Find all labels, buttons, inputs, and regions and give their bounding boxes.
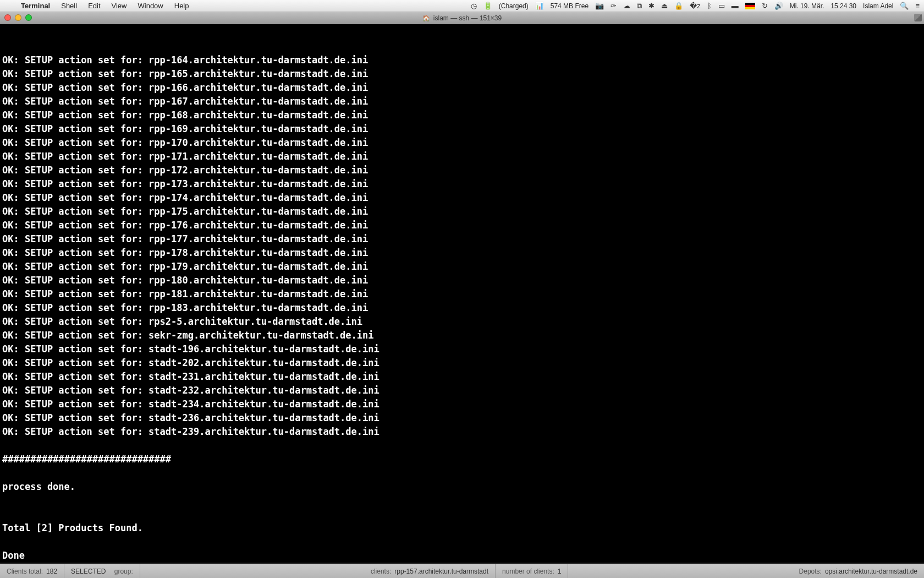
battery2-icon[interactable]: ▬ [732, 2, 739, 10]
sync-icon[interactable]: ◷ [471, 2, 477, 10]
menu-window[interactable]: Window [133, 0, 169, 12]
cloud-icon[interactable]: ☁ [623, 2, 630, 10]
depots-value: opsi.architektur.tu-darmstadt.de [825, 568, 917, 575]
terminal-line: OK: SETUP action set for: rpp-176.archit… [2, 219, 922, 232]
dropbox-icon[interactable]: ⧉ [637, 2, 642, 10]
battery-status: (Charged) [499, 2, 529, 10]
battery-icon[interactable]: 🔋 [483, 2, 492, 10]
terminal-line: OK: SETUP action set for: rpp-169.archit… [2, 122, 922, 136]
menu-view[interactable]: View [106, 0, 133, 12]
terminal-line: OK: SETUP action set for: stadt-202.arch… [2, 356, 922, 370]
group-label: group: [114, 568, 133, 575]
timemachine-icon[interactable]: ↻ [762, 2, 768, 10]
menubar-left: Terminal Shell Edit View Window Help [0, 0, 195, 12]
evernote-icon[interactable]: ✱ [648, 2, 654, 10]
terminal-line: process done. [2, 480, 922, 494]
terminal-line: OK: SETUP action set for: rpp-177.archit… [2, 232, 922, 246]
menubar-user[interactable]: Islam Adel [863, 2, 893, 10]
chart-icon[interactable]: 📊 [535, 2, 544, 10]
terminal-viewport[interactable]: OK: SETUP action set for: rpp-164.archit… [0, 24, 924, 563]
terminal-line: OK: SETUP action set for: stadt-236.arch… [2, 411, 922, 425]
terminal-line: OK: SETUP action set for: stadt-231.arch… [2, 370, 922, 384]
close-button[interactable] [4, 14, 11, 21]
display-icon[interactable]: ▭ [718, 2, 725, 10]
terminal-line [2, 466, 922, 480]
menu-shell[interactable]: Shell [56, 0, 82, 12]
macos-menubar: Terminal Shell Edit View Window Help ◷ 🔋… [0, 0, 924, 12]
terminal-line: OK: SETUP action set for: rpp-181.archit… [2, 287, 922, 301]
terminal-line: OK: SETUP action set for: rpp-172.archit… [2, 163, 922, 177]
terminal-line: ############################## [2, 452, 922, 466]
terminal-line [2, 439, 922, 452]
home-icon: 🏠 [422, 15, 430, 22]
terminal-line: OK: SETUP action set for: rpp-173.archit… [2, 177, 922, 191]
traffic-lights [4, 14, 32, 21]
input-source-de[interactable] [745, 3, 755, 9]
terminal-line: OK: SETUP action set for: rpp-178.archit… [2, 246, 922, 260]
terminal-line: Total [2] Products Found. [2, 521, 922, 535]
lock-icon[interactable]: 🔒 [674, 2, 683, 10]
opsi-status-bar: Clients total: 182 SELECTED group: clien… [0, 564, 924, 578]
menubar-right: ◷ 🔋 (Charged) 📊 574 MB Free 📷 ✑ ☁ ⧉ ✱ ⏏ … [471, 0, 924, 12]
clients-label: clients: [371, 568, 391, 575]
terminal-line: OK: SETUP action set for: stadt-239.arch… [2, 425, 922, 439]
terminal-line: OK: SETUP action set for: rpp-165.archit… [2, 67, 922, 81]
terminal-line: OK: SETUP action set for: stadt-196.arch… [2, 342, 922, 356]
key-icon[interactable]: ✑ [610, 2, 617, 10]
bluetooth-icon[interactable]: ᛒ [707, 2, 712, 10]
camera-icon[interactable]: 📷 [595, 2, 604, 10]
terminal-line: OK: SETUP action set for: rpp-166.archit… [2, 81, 922, 95]
menu-help[interactable]: Help [169, 0, 195, 12]
window-title-text: islam — ssh — 151×39 [433, 14, 502, 22]
terminal-line [2, 535, 922, 549]
terminal-line: OK: SETUP action set for: stadt-232.arch… [2, 384, 922, 397]
eject-icon[interactable]: ⏏ [661, 2, 668, 10]
terminal-line: Done [2, 549, 922, 563]
clients-total-value: 182 [46, 568, 57, 575]
depots-label: Depots: [799, 568, 822, 575]
fullscreen-button[interactable] [914, 14, 922, 21]
terminal-line: OK: SETUP action set for: rpp-167.archit… [2, 95, 922, 108]
terminal-line: OK: SETUP action set for: rpp-171.archit… [2, 150, 922, 163]
minimize-button[interactable] [15, 14, 21, 21]
terminal-line: OK: SETUP action set for: rpp-174.archit… [2, 191, 922, 205]
window-title: 🏠 islam — ssh — 151×39 [422, 14, 502, 22]
clients-total-label: Clients total: [7, 568, 43, 575]
terminal-line: OK: SETUP action set for: rpp-183.archit… [2, 301, 922, 315]
terminal-line [2, 508, 922, 521]
menubar-date[interactable]: Mi. 19. Mär. [790, 2, 824, 10]
spotlight-icon[interactable]: 🔍 [900, 2, 909, 10]
terminal-line [2, 494, 922, 508]
terminal-line: OK: SETUP action set for: rpp-170.archit… [2, 136, 922, 150]
clients-value: rpp-157.architektur.tu-darmstadt [394, 568, 488, 575]
terminal-line: OK: SETUP action set for: rpp-180.archit… [2, 274, 922, 287]
menu-edit[interactable]: Edit [82, 0, 106, 12]
notification-center-icon[interactable]: ≡ [915, 2, 920, 10]
num-clients-value: 1 [558, 568, 562, 575]
menubar-time[interactable]: 15 24 30 [831, 2, 856, 10]
mem-free: 574 MB Free [551, 2, 588, 10]
terminal-line: OK: SETUP action set for: rpp-168.archit… [2, 108, 922, 122]
terminal-line: OK: SETUP action set for: rps2-5.archite… [2, 315, 922, 329]
terminal-line: OK: SETUP action set for: stadt-234.arch… [2, 397, 922, 411]
selected-label: SELECTED [71, 568, 106, 575]
num-clients-label: number of clients: [502, 568, 554, 575]
zoom-button[interactable] [25, 14, 32, 21]
terminal-line: OK: SETUP action set for: sekr-zmg.archi… [2, 329, 922, 342]
terminal-line: OK: SETUP action set for: rpp-164.archit… [2, 53, 922, 67]
terminal-line: OK: SETUP action set for: rpp-175.archit… [2, 205, 922, 219]
app-menu[interactable]: Terminal [15, 0, 56, 12]
wifi-icon[interactable]: �z [690, 2, 701, 10]
volume-icon[interactable]: 🔊 [774, 2, 783, 10]
terminal-line: OK: SETUP action set for: rpp-179.archit… [2, 260, 922, 274]
terminal-window-titlebar[interactable]: 🏠 islam — ssh — 151×39 [0, 12, 924, 24]
